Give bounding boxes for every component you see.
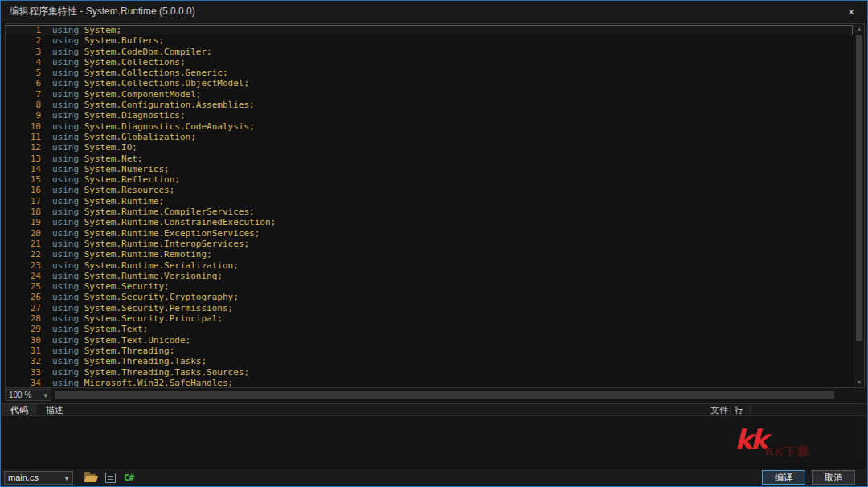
code-text: using System.Net; — [52, 153, 143, 164]
code-line[interactable]: 8using System.Configuration.Assemblies; — [6, 100, 853, 110]
code-text: using System.Threading.Tasks.Sources; — [52, 367, 249, 378]
code-line[interactable]: 2using System.Buffers; — [6, 35, 853, 46]
code-text: using System.ComponentModel; — [52, 89, 201, 100]
line-number: 21 — [6, 239, 41, 249]
line-number: 31 — [6, 346, 41, 356]
compile-button[interactable]: 编译 — [762, 470, 805, 485]
vertical-scrollbar-thumb[interactable] — [856, 35, 862, 341]
code-line[interactable]: 5using System.Collections.Generic; — [6, 68, 853, 78]
code-text: using System.Threading.Tasks; — [52, 356, 207, 366]
code-line[interactable]: 33using System.Threading.Tasks.Sources; — [6, 367, 853, 378]
code-line[interactable]: 31using System.Threading; — [6, 346, 853, 356]
code-text: using System.Numerics; — [52, 164, 170, 174]
code-line[interactable]: 15using System.Reflection; — [6, 174, 853, 185]
diagnostics-list[interactable]: kk KK下载 — [2, 417, 866, 470]
scroll-up-icon[interactable] — [854, 24, 864, 34]
line-number: 16 — [6, 185, 41, 195]
code-text: using System.Runtime.ConstrainedExecutio… — [52, 217, 276, 227]
line-number: 17 — [6, 196, 41, 207]
zoom-level-dropdown[interactable]: 100 % — [5, 389, 51, 401]
open-folder-icon[interactable] — [84, 473, 97, 482]
code-line[interactable]: 13using System.Net; — [6, 153, 853, 164]
line-number: 12 — [6, 142, 41, 153]
code-line[interactable]: 22using System.Runtime.Remoting; — [6, 249, 853, 260]
code-line[interactable]: 30using System.Text.Unicode; — [6, 335, 853, 346]
line-number: 3 — [6, 47, 41, 57]
code-line[interactable]: 26using System.Security.Cryptography; — [6, 292, 853, 302]
column-header-file[interactable]: 文件 — [710, 404, 728, 415]
code-line[interactable]: 32using System.Threading.Tasks; — [6, 356, 853, 366]
code-line[interactable]: 29using System.Text; — [6, 324, 853, 334]
code-text: using System.Runtime.Remoting; — [52, 249, 212, 260]
vertical-scrollbar[interactable] — [854, 24, 864, 387]
line-number: 5 — [6, 68, 41, 78]
line-number: 23 — [6, 260, 41, 271]
horizontal-scrollbar[interactable] — [53, 389, 865, 401]
line-number: 6 — [6, 78, 41, 88]
code-editor[interactable]: 1using System;2using System.Buffers;3usi… — [5, 23, 865, 388]
code-text: using System.Security.Permissions; — [52, 303, 233, 313]
code-text: using System.Reflection; — [52, 174, 180, 185]
diagnostics-panel-header: 代码 描述 文件 行 — [2, 403, 866, 416]
tab-code[interactable]: 代码 — [2, 404, 37, 415]
editor-bottom-row: 100 % — [5, 389, 865, 401]
code-line[interactable]: 28using System.Security.Principal; — [6, 313, 853, 324]
line-number: 7 — [6, 89, 41, 100]
document-icon[interactable] — [105, 473, 116, 483]
line-number: 29 — [6, 324, 41, 334]
code-line[interactable]: 14using System.Numerics; — [6, 164, 853, 174]
horizontal-scrollbar-thumb[interactable] — [55, 391, 834, 399]
code-line[interactable]: 16using System.Resources; — [6, 185, 853, 195]
code-line[interactable]: 6using System.Collections.ObjectModel; — [6, 78, 853, 88]
title-bar[interactable]: 编辑程序集特性 - System.Runtime (5.0.0.0) × — [2, 2, 866, 22]
line-number: 1 — [6, 25, 41, 35]
code-text: using System.Collections; — [52, 57, 186, 68]
chevron-down-icon — [61, 473, 72, 482]
code-line[interactable]: 3using System.CodeDom.Compiler; — [6, 47, 853, 57]
line-number: 24 — [6, 271, 41, 281]
code-line[interactable]: 9using System.Diagnostics; — [6, 110, 853, 121]
zoom-level-value: 100 % — [9, 391, 31, 399]
code-line[interactable]: 23using System.Runtime.Serialization; — [6, 260, 853, 271]
csharp-icon[interactable]: C# — [124, 473, 134, 483]
line-number: 2 — [6, 35, 41, 46]
line-number: 10 — [6, 121, 41, 132]
code-line[interactable]: 27using System.Security.Permissions; — [6, 303, 853, 313]
line-number: 14 — [6, 164, 41, 174]
line-number: 27 — [6, 303, 41, 313]
line-number: 13 — [6, 153, 41, 164]
file-selector-dropdown[interactable]: main.cs — [4, 471, 73, 485]
code-line[interactable]: 1using System; — [6, 25, 853, 35]
code-line[interactable]: 20using System.Runtime.ExceptionServices… — [6, 228, 853, 239]
code-text: using System.Runtime.CompilerServices; — [52, 207, 255, 217]
scroll-down-icon[interactable] — [854, 378, 864, 387]
code-line[interactable]: 11using System.Globalization; — [6, 132, 853, 142]
code-line[interactable]: 21using System.Runtime.InteropServices; — [6, 239, 853, 249]
edit-assembly-attributes-dialog: 编辑程序集特性 - System.Runtime (5.0.0.0) × 1us… — [0, 0, 868, 487]
code-line[interactable]: 25using System.Security; — [6, 281, 853, 292]
code-line[interactable]: 34using Microsoft.Win32.SafeHandles; — [6, 378, 853, 388]
window-title: 编辑程序集特性 - System.Runtime (5.0.0.0) — [10, 5, 195, 18]
code-line[interactable]: 17using System.Runtime; — [6, 196, 853, 207]
code-text: using System.Security.Cryptography; — [52, 292, 239, 302]
code-line[interactable]: 12using System.IO; — [6, 142, 853, 153]
line-number: 34 — [6, 378, 41, 388]
code-line[interactable]: 10using System.Diagnostics.CodeAnalysis; — [6, 121, 853, 132]
close-icon[interactable]: × — [836, 2, 866, 22]
code-text: using System.Runtime.Versioning; — [52, 271, 223, 281]
line-number: 20 — [6, 228, 41, 239]
code-text: using System.Runtime.ExceptionServices; — [52, 228, 260, 239]
tab-description[interactable]: 描述 — [37, 404, 72, 415]
column-separator[interactable] — [750, 406, 751, 414]
line-number: 19 — [6, 217, 41, 227]
column-header-line[interactable]: 行 — [735, 404, 743, 415]
code-line[interactable]: 24using System.Runtime.Versioning; — [6, 271, 853, 281]
code-line[interactable]: 4using System.Collections; — [6, 57, 853, 68]
code-line[interactable]: 18using System.Runtime.CompilerServices; — [6, 207, 853, 217]
line-number: 28 — [6, 313, 41, 324]
code-text: using System; — [52, 25, 121, 35]
code-line[interactable]: 7using System.ComponentModel; — [6, 89, 853, 100]
column-separator[interactable] — [730, 406, 731, 414]
cancel-button[interactable]: 取消 — [812, 470, 855, 485]
code-line[interactable]: 19using System.Runtime.ConstrainedExecut… — [6, 217, 853, 227]
